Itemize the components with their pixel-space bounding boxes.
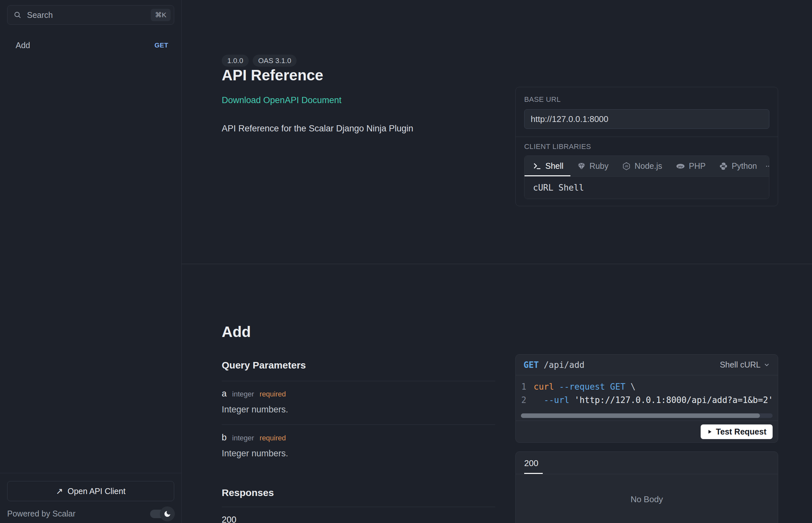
search-input[interactable]: Search ⌘K: [7, 5, 174, 25]
operation-title: Add: [222, 323, 251, 341]
param-type: integer: [232, 434, 254, 442]
param-name: b: [222, 433, 227, 443]
version-badge: 1.0.0: [222, 55, 249, 67]
horizontal-scrollbar[interactable]: [521, 413, 773, 418]
param-required-flag: required: [259, 434, 286, 442]
powered-by-row: Powered by Scalar: [7, 509, 174, 519]
client-libraries-section: CLIENT LIBRARIES Shell: [516, 137, 778, 206]
param-description: Integer numbers.: [222, 449, 288, 458]
request-method: GET: [523, 360, 539, 370]
request-example-footer: Test Request: [516, 420, 778, 442]
sidebar-item-add[interactable]: Add GET: [0, 37, 182, 53]
selected-client-label: cURL Shell: [524, 177, 769, 199]
terminal-icon: [533, 162, 541, 170]
open-api-client-label: Open API Client: [67, 487, 125, 496]
section-divider: [182, 264, 812, 264]
divider: [222, 507, 495, 507]
tab-label: Python: [731, 161, 757, 171]
dark-mode-toggle[interactable]: [150, 509, 174, 519]
ellipsis-icon: [765, 163, 770, 170]
base-url-section: BASE URL http://127.0.0.1:8000: [516, 87, 778, 137]
moon-icon: [163, 510, 171, 518]
scrollbar-thumb[interactable]: [521, 413, 760, 418]
tab-label: Shell: [545, 161, 564, 171]
divider: [222, 381, 495, 381]
oas-version-badge: OAS 3.1.0: [253, 55, 297, 67]
base-url-value: http://127.0.0.1:8000: [531, 114, 608, 124]
param-description: Integer numbers.: [222, 404, 288, 415]
http-method-badge: GET: [154, 42, 168, 49]
param-required-flag: required: [259, 390, 286, 398]
download-openapi-link[interactable]: Download OpenAPI Document: [222, 95, 342, 105]
active-tab-underline: [524, 473, 543, 474]
main-content: 1.0.0 OAS 3.1.0 API Reference Download O…: [182, 0, 812, 523]
sidebar: Search ⌘K Add GET ↗ Open API Client Powe…: [0, 0, 182, 523]
base-url-input[interactable]: http://127.0.0.1:8000: [524, 109, 770, 129]
tab-nodejs[interactable]: JS Node.js: [615, 156, 669, 176]
language-selector-value: Shell cURL: [720, 360, 761, 369]
powered-by-scalar-link[interactable]: Powered by Scalar: [7, 509, 75, 519]
sidebar-item-label: Add: [16, 41, 30, 50]
request-example-header: GET /api/add Shell cURL: [516, 355, 778, 375]
code-line-2: 2 --url 'http://127.0.0.1:8000/api/add?a…: [521, 394, 778, 407]
param-name: a: [222, 389, 227, 399]
query-parameters-heading: Query Parameters: [222, 360, 306, 371]
svg-text:php: php: [678, 165, 683, 168]
open-api-client-button[interactable]: ↗ Open API Client: [7, 481, 174, 501]
response-example-card: 200 No Body: [515, 451, 778, 523]
play-icon: [707, 429, 712, 435]
chevron-down-icon: [763, 362, 770, 368]
request-example-card: GET /api/add Shell cURL 1curl --request …: [515, 354, 778, 443]
base-url-label: BASE URL: [524, 95, 770, 104]
tab-ruby[interactable]: Ruby: [570, 156, 615, 176]
language-selector-dropdown[interactable]: Shell cURL: [720, 360, 770, 369]
client-libraries-card: Shell Ruby: [524, 156, 770, 199]
tab-shell[interactable]: Shell: [524, 156, 570, 176]
code-block: 1curl --request GET \ 2 --url 'http://12…: [516, 375, 778, 420]
code-line-1: 1curl --request GET \: [521, 380, 778, 394]
test-request-button[interactable]: Test Request: [701, 425, 773, 439]
page-title: API Reference: [222, 66, 323, 84]
request-path: /api/add: [544, 360, 584, 370]
api-description: API Reference for the Scalar Django Ninj…: [222, 124, 413, 134]
response-status-item[interactable]: 200: [222, 515, 236, 523]
external-arrow-icon: ↗: [56, 487, 63, 495]
search-shortcut-badge: ⌘K: [151, 9, 171, 21]
client-library-tabs: Shell Ruby: [524, 156, 769, 177]
python-icon: [719, 162, 728, 170]
toggle-knob: [160, 506, 175, 521]
response-status-tabs: 200: [516, 452, 778, 474]
param-row-b: b integer required: [222, 433, 286, 443]
divider: [222, 425, 495, 425]
sidebar-footer: ↗ Open API Client Powered by Scalar: [0, 473, 182, 523]
param-row-a: a integer required: [222, 389, 286, 399]
search-icon: [13, 11, 22, 19]
responses-heading: Responses: [222, 487, 274, 498]
test-request-label: Test Request: [716, 427, 766, 436]
version-badges: 1.0.0 OAS 3.1.0: [222, 55, 297, 67]
param-type: integer: [232, 390, 254, 398]
tab-label: PHP: [689, 161, 706, 171]
sidebar-nav: Add GET: [0, 37, 182, 53]
tab-label: Ruby: [590, 161, 608, 171]
nodejs-hexagon-icon: JS: [622, 162, 630, 170]
tab-label: Node.js: [635, 161, 662, 171]
response-status-tab[interactable]: 200: [524, 458, 538, 468]
client-libraries-label: CLIENT LIBRARIES: [524, 142, 770, 151]
more-libraries-button[interactable]: [764, 156, 770, 176]
svg-text:JS: JS: [625, 165, 628, 168]
server-card: BASE URL http://127.0.0.1:8000 CLIENT LI…: [515, 87, 778, 206]
response-body-placeholder: No Body: [516, 494, 778, 504]
tab-php[interactable]: php PHP: [669, 156, 712, 176]
search-placeholder: Search: [27, 11, 53, 20]
tab-python[interactable]: Python: [712, 156, 764, 176]
ruby-gem-icon: [577, 162, 586, 170]
php-icon: php: [676, 162, 685, 170]
